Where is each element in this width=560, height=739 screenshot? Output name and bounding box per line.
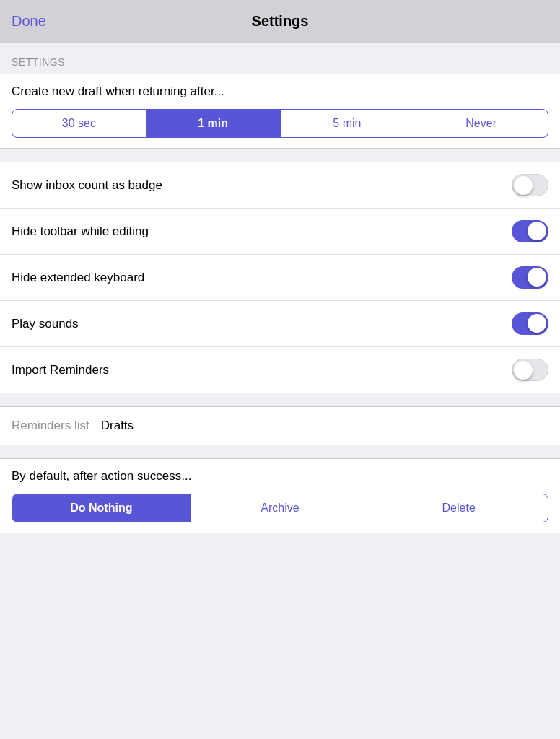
- toggle-knob-hide-keyboard: [528, 268, 546, 287]
- toggle-hide-keyboard[interactable]: [512, 266, 548, 289]
- segment-delete[interactable]: Delete: [369, 494, 548, 522]
- settings-section-label: SETTINGS: [0, 43, 560, 74]
- segment-1min[interactable]: 1 min: [146, 110, 281, 137]
- segment-never[interactable]: Never: [414, 110, 548, 137]
- toggle-row-inbox-badge: Show inbox count as badge: [0, 162, 560, 209]
- toggle-knob-import-reminders: [514, 361, 533, 380]
- toggle-inbox-badge[interactable]: [512, 174, 548, 196]
- draft-timing-segment[interactable]: 30 sec 1 min 5 min Never: [12, 109, 548, 138]
- draft-timing-label: Create new draft when returning after...: [12, 84, 548, 99]
- toggle-label-inbox-badge: Show inbox count as badge: [12, 178, 162, 193]
- toggle-play-sounds[interactable]: [512, 312, 548, 335]
- segment-do-nothing[interactable]: Do Nothing: [12, 494, 191, 522]
- page-title: Settings: [252, 13, 309, 30]
- action-success-section: By default, after action success... Do N…: [0, 458, 560, 533]
- toggle-label-play-sounds: Play sounds: [12, 317, 79, 331]
- toggle-label-hide-toolbar: Hide toolbar while editing: [12, 224, 149, 239]
- toggle-hide-toolbar[interactable]: [512, 220, 548, 242]
- toggle-knob-hide-toolbar: [528, 222, 546, 240]
- segment-5min[interactable]: 5 min: [281, 110, 415, 137]
- toggle-knob-play-sounds: [528, 314, 546, 333]
- toggle-row-play-sounds: Play sounds: [0, 301, 560, 347]
- reminders-list-row: Reminders list Drafts: [0, 406, 560, 445]
- toggle-row-hide-toolbar: Hide toolbar while editing: [0, 209, 560, 255]
- toggle-label-import-reminders: Import Reminders: [12, 363, 109, 377]
- header: Done Settings: [0, 0, 560, 43]
- segment-30sec[interactable]: 30 sec: [12, 110, 146, 137]
- toggle-row-import-reminders: Import Reminders: [0, 347, 560, 393]
- action-success-label: By default, after action success...: [12, 469, 548, 484]
- reminders-list-label: Reminders list: [12, 419, 89, 433]
- reminders-list-value: Drafts: [101, 419, 134, 433]
- draft-timing-section: Create new draft when returning after...…: [0, 74, 560, 149]
- segment-archive[interactable]: Archive: [191, 494, 370, 522]
- action-success-segment[interactable]: Do Nothing Archive Delete: [12, 494, 548, 522]
- toggle-import-reminders[interactable]: [512, 359, 548, 381]
- toggle-knob-inbox-badge: [514, 176, 533, 195]
- toggle-label-hide-keyboard: Hide extended keyboard: [12, 271, 144, 285]
- done-button[interactable]: Done: [12, 13, 46, 30]
- toggle-row-hide-keyboard: Hide extended keyboard: [0, 255, 560, 301]
